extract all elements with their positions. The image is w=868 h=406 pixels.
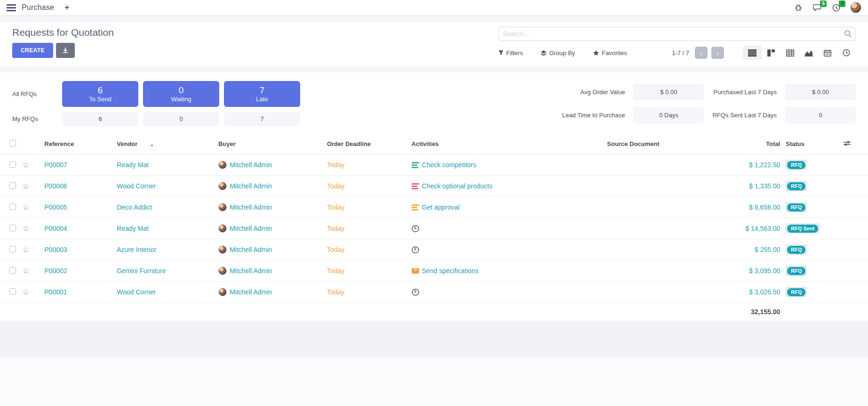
search-icon[interactable] bbox=[844, 30, 852, 40]
table-row[interactable]: ☆ P00006 Wood Corner Mitchell Admin Toda… bbox=[0, 176, 868, 197]
add-tab-icon[interactable]: + bbox=[64, 3, 69, 12]
reference-link[interactable]: P00002 bbox=[44, 267, 67, 275]
favorites-button[interactable]: Favorites bbox=[593, 49, 627, 57]
vendor-link[interactable]: Deco Addict bbox=[117, 203, 152, 211]
table-row[interactable]: ☆ P00003 Azure Interior Mitchell Admin T… bbox=[0, 239, 868, 260]
buyer-cell[interactable]: Mitchell Admin bbox=[218, 224, 321, 233]
favorite-star-icon[interactable]: ☆ bbox=[22, 161, 29, 170]
table-row[interactable]: ☆ P00007 Ready Mat Mitchell Admin Today … bbox=[0, 154, 868, 176]
my-late-card[interactable]: 7 bbox=[224, 112, 300, 126]
activity-cell[interactable]: Check optional products bbox=[412, 182, 568, 190]
activity-cell[interactable] bbox=[412, 246, 568, 253]
messages-icon[interactable]: 5 bbox=[812, 3, 822, 12]
to-send-card[interactable]: 6 To Send bbox=[62, 81, 138, 107]
rfqs-sent-last7-value: 0 bbox=[785, 107, 856, 123]
export-button[interactable] bbox=[56, 43, 75, 58]
list-view-button[interactable] bbox=[743, 46, 762, 60]
app-name[interactable]: Purchase bbox=[22, 3, 54, 12]
row-checkbox[interactable] bbox=[9, 161, 16, 168]
header-order-deadline[interactable]: Order Deadline bbox=[324, 134, 409, 154]
row-checkbox[interactable] bbox=[9, 246, 16, 252]
row-checkbox[interactable] bbox=[9, 225, 16, 231]
buyer-cell[interactable]: Mitchell Admin bbox=[218, 203, 321, 211]
header-buyer[interactable]: Buyer bbox=[215, 134, 324, 154]
spacer bbox=[0, 66, 868, 73]
lead-time-value: 0 Days bbox=[633, 107, 704, 123]
favorite-star-icon[interactable]: ☆ bbox=[22, 203, 29, 212]
activity-cell[interactable] bbox=[412, 225, 568, 232]
vendor-link[interactable]: Azure Interior bbox=[117, 246, 156, 253]
search-input[interactable] bbox=[498, 27, 856, 41]
buyer-cell[interactable]: Mitchell Admin bbox=[218, 245, 321, 254]
row-checkbox[interactable] bbox=[9, 182, 16, 189]
calendar-view-button[interactable] bbox=[818, 46, 837, 60]
vendor-link[interactable]: Wood Corner bbox=[117, 182, 156, 190]
buyer-cell[interactable]: Mitchell Admin bbox=[218, 161, 321, 169]
reference-link[interactable]: P00007 bbox=[44, 161, 67, 169]
late-card[interactable]: 7 Late bbox=[224, 81, 300, 107]
table-footer-row: 32,155.00 bbox=[0, 303, 868, 321]
total-amount: $ 3,095.00 bbox=[696, 260, 783, 282]
favorite-star-icon[interactable]: ☆ bbox=[22, 224, 29, 233]
pager-next-button[interactable]: › bbox=[711, 47, 724, 59]
pager-previous-button[interactable]: ‹ bbox=[695, 47, 708, 59]
optional-columns-button[interactable] bbox=[841, 134, 868, 154]
header-source-document[interactable]: Source Document bbox=[570, 134, 696, 154]
favorite-star-icon[interactable]: ☆ bbox=[22, 245, 29, 254]
my-waiting-card[interactable]: 0 bbox=[143, 112, 219, 126]
status-badge: RFQ bbox=[787, 246, 805, 254]
activity-view-button[interactable] bbox=[837, 46, 856, 60]
buyer-avatar bbox=[218, 245, 227, 254]
graph-view-button[interactable] bbox=[799, 46, 818, 60]
vendor-link[interactable]: Gemini Furniture bbox=[117, 267, 166, 275]
favorite-star-icon[interactable]: ☆ bbox=[22, 288, 29, 297]
table-row[interactable]: ☆ P00004 Ready Mat Mitchell Admin Today … bbox=[0, 218, 868, 239]
activity-cell[interactable]: Check competitors bbox=[412, 161, 568, 169]
row-checkbox[interactable] bbox=[9, 288, 16, 295]
header-vendor[interactable]: Vendor⌄ bbox=[114, 134, 215, 154]
kanban-view-button[interactable] bbox=[762, 46, 780, 60]
activity-cell[interactable]: Send specifications bbox=[412, 267, 568, 275]
row-checkbox[interactable] bbox=[9, 203, 16, 210]
buyer-cell[interactable]: Mitchell Admin bbox=[218, 288, 321, 296]
buyer-avatar bbox=[218, 161, 227, 169]
favorite-star-icon[interactable]: ☆ bbox=[22, 182, 29, 191]
table-row[interactable]: ☆ P00002 Gemini Furniture Mitchell Admin… bbox=[0, 260, 868, 282]
purchase-dashboard: All RFQs 6 To Send 0 Waiting 7 Late My R… bbox=[0, 73, 868, 134]
reference-link[interactable]: P00005 bbox=[44, 203, 67, 211]
buyer-cell[interactable]: Mitchell Admin bbox=[218, 267, 321, 275]
reference-link[interactable]: P00003 bbox=[44, 246, 67, 253]
activity-cell[interactable] bbox=[412, 289, 568, 296]
row-checkbox[interactable] bbox=[9, 267, 16, 274]
table-row[interactable]: ☆ P00001 Wood Corner Mitchell Admin Toda… bbox=[0, 282, 868, 303]
vendor-link[interactable]: Ready Mat bbox=[117, 225, 149, 232]
filter-funnel-icon bbox=[498, 50, 504, 56]
my-to-send-card[interactable]: 6 bbox=[62, 112, 138, 126]
debug-bug-icon[interactable] bbox=[794, 3, 803, 12]
user-avatar[interactable] bbox=[850, 2, 861, 13]
header-total[interactable]: Total bbox=[696, 134, 783, 154]
activities-clock-icon[interactable]: 9 bbox=[831, 3, 841, 12]
vendor-link[interactable]: Ready Mat bbox=[117, 161, 149, 169]
header-activities[interactable]: Activities bbox=[409, 134, 571, 154]
avg-order-value: $ 0.00 bbox=[633, 84, 704, 100]
total-amount: $ 255.00 bbox=[696, 239, 783, 260]
create-button[interactable]: CREATE bbox=[12, 43, 53, 58]
group-by-button[interactable]: Group By bbox=[541, 49, 575, 57]
header-status[interactable]: Status bbox=[783, 134, 841, 154]
favorite-star-icon[interactable]: ☆ bbox=[22, 267, 29, 276]
pivot-view-button[interactable] bbox=[780, 46, 799, 60]
waiting-card[interactable]: 0 Waiting bbox=[143, 81, 219, 107]
reference-link[interactable]: P00004 bbox=[44, 225, 67, 232]
table-row[interactable]: ☆ P00005 Deco Addict Mitchell Admin Toda… bbox=[0, 197, 868, 218]
buyer-cell[interactable]: Mitchell Admin bbox=[218, 182, 321, 190]
vendor-link[interactable]: Wood Corner bbox=[117, 288, 156, 296]
activity-cell[interactable]: Get approval bbox=[412, 203, 568, 211]
header-reference[interactable]: Reference bbox=[41, 134, 114, 154]
buyer-avatar bbox=[218, 203, 227, 211]
apps-menu-icon[interactable] bbox=[7, 4, 16, 11]
reference-link[interactable]: P00006 bbox=[44, 182, 67, 190]
filters-button[interactable]: Filters bbox=[498, 49, 523, 57]
select-all-checkbox[interactable] bbox=[9, 140, 16, 146]
reference-link[interactable]: P00001 bbox=[44, 288, 67, 296]
